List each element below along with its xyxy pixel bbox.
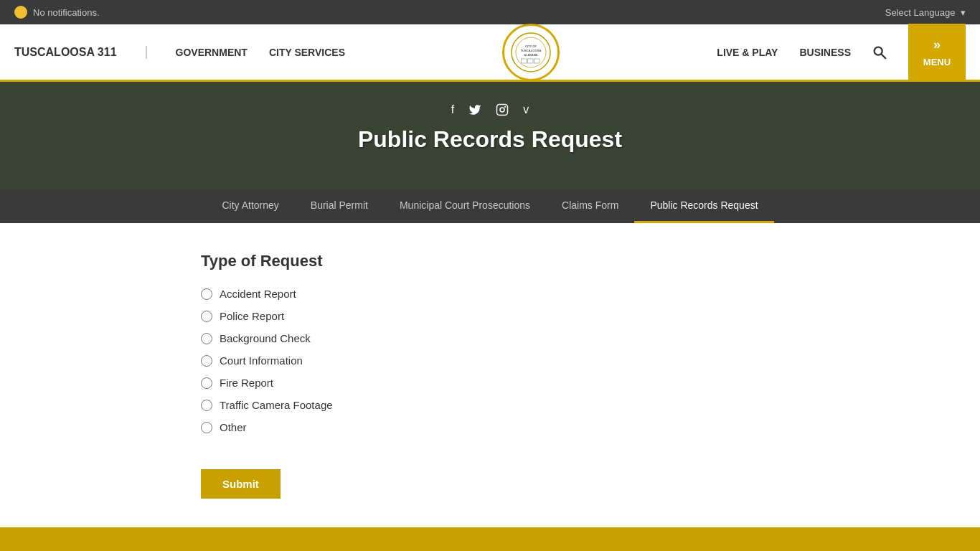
submit-button[interactable]: Submit <box>201 469 281 499</box>
svg-text:ALABAMA: ALABAMA <box>524 53 538 56</box>
nav-links-right: LIVE & PLAY BUSINESS <box>717 47 851 58</box>
top-bar: No notifications. Select Language ▾ <box>0 0 980 24</box>
option-fire-report[interactable]: Fire Report <box>201 377 779 389</box>
svg-rect-5 <box>522 59 527 63</box>
svg-rect-6 <box>528 59 534 63</box>
form-section-title: Type of Request <box>201 252 779 270</box>
radio-traffic-camera-footage[interactable] <box>201 400 212 411</box>
records-request-form: Accident Report Police Report Background… <box>201 288 779 499</box>
svg-line-9 <box>882 54 886 58</box>
option-traffic-camera-footage[interactable]: Traffic Camera Footage <box>201 399 779 411</box>
subnav-municipal-court[interactable]: Municipal Court Prosecutions <box>384 189 546 223</box>
hero-section: f v Public Records Request <box>0 82 980 189</box>
brand-label[interactable]: TUSCALOOSA 311 <box>14 46 147 59</box>
radio-background-check[interactable] <box>201 333 212 344</box>
chevron-down-icon: ▾ <box>961 7 966 18</box>
subnav-public-records[interactable]: Public Records Request <box>634 189 773 223</box>
label-police-report: Police Report <box>220 310 284 322</box>
nav-center-logo: CITY OF TUSCALOOSA ALABAMA <box>502 24 560 81</box>
option-other[interactable]: Other <box>201 421 779 433</box>
svg-point-0 <box>512 33 550 72</box>
label-background-check: Background Check <box>220 332 311 344</box>
label-fire-report: Fire Report <box>220 377 273 389</box>
svg-point-12 <box>505 107 506 108</box>
sub-nav: City Attorney Burial Permit Municipal Co… <box>0 189 980 223</box>
facebook-icon[interactable]: f <box>451 103 454 119</box>
twitter-icon[interactable] <box>468 103 481 119</box>
nav-right: LIVE & PLAY BUSINESS » MENU <box>717 24 966 81</box>
label-traffic-camera-footage: Traffic Camera Footage <box>220 399 333 411</box>
option-background-check[interactable]: Background Check <box>201 332 779 344</box>
label-court-information: Court Information <box>220 354 303 367</box>
language-label: Select Language <box>885 7 956 18</box>
search-button[interactable] <box>865 38 894 67</box>
radio-court-information[interactable] <box>201 355 212 367</box>
menu-button[interactable]: » MENU <box>908 24 966 81</box>
subnav-claims-form[interactable]: Claims Form <box>546 189 634 223</box>
main-content: Type of Request Accident Report Police R… <box>0 223 980 527</box>
nav-links-left: GOVERNMENT CITY SERVICES <box>176 47 345 58</box>
svg-text:TUSCALOOSA: TUSCALOOSA <box>521 48 542 52</box>
type-of-request-group: Accident Report Police Report Background… <box>201 288 779 433</box>
notification-text: No notifications. <box>33 7 100 18</box>
menu-label: MENU <box>923 57 951 67</box>
nav-live-play[interactable]: LIVE & PLAY <box>717 47 778 58</box>
radio-fire-report[interactable] <box>201 377 212 389</box>
main-nav: TUSCALOOSA 311 GOVERNMENT CITY SERVICES … <box>0 24 980 82</box>
language-selector[interactable]: Select Language ▾ <box>882 7 966 18</box>
option-police-report[interactable]: Police Report <box>201 310 779 322</box>
label-accident-report: Accident Report <box>220 288 296 300</box>
nav-left: TUSCALOOSA 311 GOVERNMENT CITY SERVICES <box>14 46 345 59</box>
svg-point-1 <box>516 37 546 67</box>
svg-point-11 <box>500 108 504 112</box>
notification-dot <box>14 6 27 19</box>
option-accident-report[interactable]: Accident Report <box>201 288 779 300</box>
city-logo: CITY OF TUSCALOOSA ALABAMA <box>502 24 560 81</box>
radio-other[interactable] <box>201 422 212 433</box>
nav-city-services[interactable]: CITY SERVICES <box>269 47 345 58</box>
nav-government[interactable]: GOVERNMENT <box>176 47 248 58</box>
svg-rect-10 <box>497 105 508 116</box>
svg-text:CITY OF: CITY OF <box>525 44 537 47</box>
subnav-city-attorney[interactable]: City Attorney <box>206 189 294 223</box>
footer: Tuscaloosa 311 Dial 311 within city limi… <box>0 527 980 551</box>
instagram-icon[interactable] <box>496 103 509 119</box>
notification-area: No notifications. <box>14 6 100 19</box>
option-court-information[interactable]: Court Information <box>201 354 779 367</box>
subnav-burial-permit[interactable]: Burial Permit <box>295 189 384 223</box>
vimeo-icon[interactable]: v <box>523 103 529 119</box>
svg-rect-7 <box>534 59 540 63</box>
menu-arrows-icon: » <box>933 37 941 52</box>
nav-business[interactable]: BUSINESS <box>799 47 851 58</box>
radio-accident-report[interactable] <box>201 288 212 300</box>
label-other: Other <box>220 421 247 433</box>
social-icons: f v <box>14 103 966 119</box>
radio-police-report[interactable] <box>201 311 212 322</box>
page-title: Public Records Request <box>14 126 966 153</box>
